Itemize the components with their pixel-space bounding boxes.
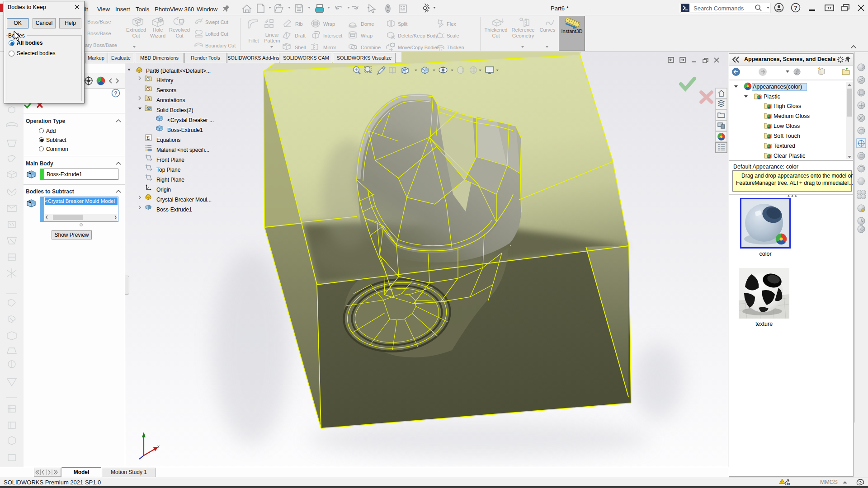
svg-text:!: ! bbox=[781, 480, 783, 484]
svg-text:x: x bbox=[157, 444, 160, 449]
svg-text:?: ? bbox=[114, 90, 117, 97]
svg-text:Σ: Σ bbox=[146, 135, 150, 141]
svg-text:A: A bbox=[147, 96, 151, 101]
